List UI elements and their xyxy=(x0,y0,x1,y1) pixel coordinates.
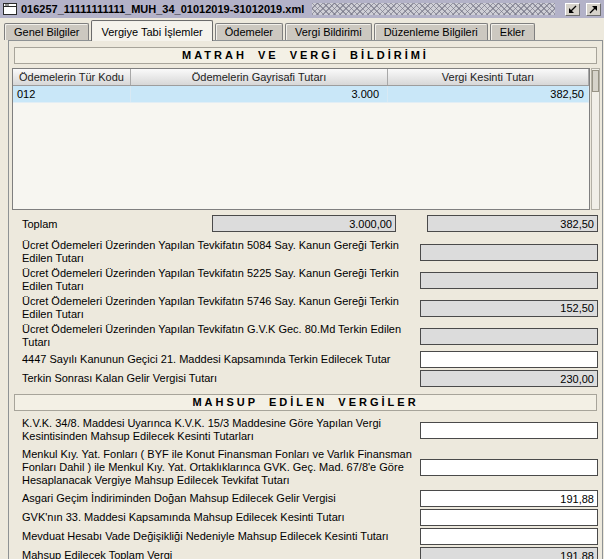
totals-row: Toplam xyxy=(12,214,598,233)
field-row-terkin-sonrasi: Terkin Sonrası Kalan Gelir Vergisi Tutar… xyxy=(12,369,598,388)
mahsup-toplam-vergi-field xyxy=(420,547,598,559)
field-row-mahsup-toplam: Mahsup Edilecek Toplam Vergi xyxy=(12,546,598,559)
column-header-gayrisafi-tutar[interactable]: Ödemelerin Gayrisafi Tutarı xyxy=(131,69,388,85)
field-label: Ücret Ödemeleri Üzerinden Yapılan Tevkif… xyxy=(12,295,420,321)
field-label: K.V.K. 34/8. Maddesi Uyarınca K.V.K. 15/… xyxy=(12,417,420,443)
payments-table-header: Ödemelerin Tür Kodu Ödemelerin Gayrisafi… xyxy=(13,69,589,86)
maximize-button[interactable] xyxy=(586,3,601,16)
menkul-kiymet-tevkifat-input[interactable] xyxy=(420,459,598,476)
app-root: { "window": { "title": "016257_111111111… xyxy=(0,0,604,559)
kvk-34-8-input[interactable] xyxy=(420,422,598,439)
terkin-sonrasi-kalan-field xyxy=(420,370,598,387)
field-label: Menkul Kıy. Yat. Fonları ( BYF ile Konut… xyxy=(12,448,420,487)
field-row-5084: Ücret Ödemeleri Üzerinden Yapılan Tevkif… xyxy=(12,238,598,266)
field-label: Ücret Ödemeleri Üzerinden Yapılan Tevkif… xyxy=(12,239,420,265)
cell-vergi-kesinti: 382,50 xyxy=(388,86,589,102)
terkin-gvk-gec80-field xyxy=(420,328,598,345)
terkin-5746-field xyxy=(420,300,598,317)
field-row-5225: Ücret Ödemeleri Üzerinden Yapılan Tevkif… xyxy=(12,266,598,294)
tab-ekler[interactable]: Ekler xyxy=(490,23,535,40)
field-label: Ücret Ödemeleri Üzerinden Yapılan Tevkif… xyxy=(12,323,420,349)
window-title: 016257_11111111111_MUH_34_01012019-31012… xyxy=(21,3,304,15)
cell-gayrisafi-tutar: 3.000 xyxy=(131,86,388,102)
mahsup-field-group: K.V.K. 34/8. Maddesi Uyarınca K.V.K. 15/… xyxy=(9,415,602,559)
tab-vergiye-tabi-islemler[interactable]: Vergiye Tabi İşlemler xyxy=(91,20,212,41)
section-header-matrah: MATRAH VE VERGİ BİLDİRİMİ xyxy=(14,47,597,64)
field-row-gvk-gec-80: Ücret Ödemeleri Üzerinden Yapılan Tevkif… xyxy=(12,322,598,350)
total-gross-amount-field xyxy=(212,215,396,232)
titlebar-hatch-pattern xyxy=(312,3,555,15)
tab-odemeler[interactable]: Ödemeler xyxy=(215,23,283,40)
field-label: Mevduat Hesabı Vade Değişikliği Nedeniyl… xyxy=(12,530,420,543)
table-vertical-scrollbar[interactable] xyxy=(591,68,600,210)
restore-down-button[interactable] xyxy=(565,3,580,16)
column-header-vergi-kesinti[interactable]: Vergi Kesinti Tutarı xyxy=(388,69,589,85)
payments-table: Ödemelerin Tür Kodu Ödemelerin Gayrisafi… xyxy=(12,68,590,210)
field-row-5746: Ücret Ödemeleri Üzerinden Yapılan Tevkif… xyxy=(12,294,598,322)
field-label: Ücret Ödemeleri Üzerinden Yapılan Tevkif… xyxy=(12,267,420,293)
tab-duzenleme-bilgileri[interactable]: Düzenleme Bilgileri xyxy=(374,23,488,40)
table-empty-area xyxy=(13,103,589,209)
field-label: 4447 Sayılı Kanunun Geçici 21. Maddesi K… xyxy=(12,353,420,366)
terkin-4447-input[interactable] xyxy=(420,351,598,368)
tab-genel-bilgiler[interactable]: Genel Bilgiler xyxy=(4,23,89,40)
payments-table-zone: Ödemelerin Tür Kodu Ödemelerin Gayrisafi… xyxy=(12,68,600,210)
tab-bar: Genel Bilgiler Vergiye Tabi İşlemler Öde… xyxy=(0,18,604,40)
column-header-tur-kodu[interactable]: Ödemelerin Tür Kodu xyxy=(13,69,131,85)
window-icon xyxy=(3,3,17,15)
restore-down-icon xyxy=(568,5,577,14)
window-titlebar: 016257_11111111111_MUH_34_01012019-31012… xyxy=(0,0,604,18)
terkin-field-group: Ücret Ödemeleri Üzerinden Yapılan Tevkif… xyxy=(9,238,602,388)
maximize-icon xyxy=(589,5,598,14)
field-label: GVK'nın 33. Maddesi Kapsamında Mahsup Ed… xyxy=(12,511,420,524)
totals-label: Toplam xyxy=(12,218,212,230)
mevduat-vade-degisikligi-input[interactable] xyxy=(420,528,598,545)
field-row-menkul-kiymet: Menkul Kıy. Yat. Fonları ( BYF ile Konut… xyxy=(12,445,598,489)
tab-vergi-bildirimi[interactable]: Vergi Bildirimi xyxy=(285,23,372,40)
total-tax-withheld-field xyxy=(427,215,598,232)
cell-tur-kodu: 012 xyxy=(13,86,131,102)
field-row-gvk-33: GVK'nın 33. Maddesi Kapsamında Mahsup Ed… xyxy=(12,508,598,527)
field-row-mevduat: Mevduat Hesabı Vade Değişikliği Nedeniyl… xyxy=(12,527,598,546)
field-label: Mahsup Edilecek Toplam Vergi xyxy=(12,549,420,559)
field-row-4447: 4447 Sayılı Kanunun Geçici 21. Maddesi K… xyxy=(12,350,598,369)
field-label: Asgari Geçim İndiriminden Doğan Mahsup E… xyxy=(12,492,420,505)
field-row-asgari-gecim: Asgari Geçim İndiriminden Doğan Mahsup E… xyxy=(12,489,598,508)
table-row[interactable]: 012 3.000 382,50 xyxy=(13,86,589,103)
scrollbar-thumb[interactable] xyxy=(592,70,599,92)
field-row-kvk-34-8: K.V.K. 34/8. Maddesi Uyarınca K.V.K. 15/… xyxy=(12,415,598,445)
section-header-mahsup: MAHSUP EDİLEN VERGİLER xyxy=(14,394,597,411)
terkin-5225-field xyxy=(420,272,598,289)
terkin-5084-field xyxy=(420,244,598,261)
asgari-gecim-indirimi-input[interactable] xyxy=(420,490,598,507)
tab-content-panel: MATRAH VE VERGİ BİLDİRİMİ Ödemelerin Tür… xyxy=(8,40,603,559)
gvk-33-kesinti-input[interactable] xyxy=(420,509,598,526)
field-label: Terkin Sonrası Kalan Gelir Vergisi Tutar… xyxy=(12,372,420,385)
